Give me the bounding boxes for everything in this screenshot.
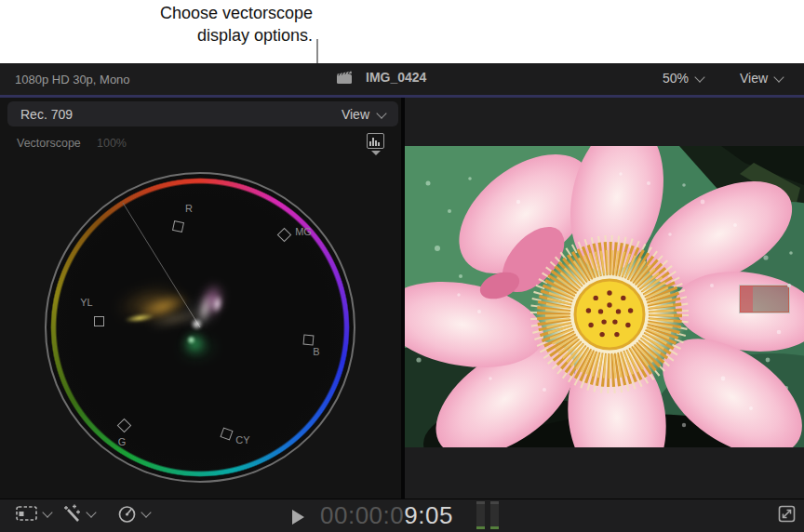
viewer-view-dropdown[interactable]: View: [740, 71, 783, 86]
transform-crop-menu-button[interactable]: [15, 504, 51, 523]
scope-title: Vectorscope: [17, 137, 81, 150]
clip-name: IMG_0424: [366, 70, 426, 85]
target-box-yellow: [94, 316, 104, 326]
color-sample-handle: [787, 284, 791, 287]
zoom-level-value: 50%: [663, 71, 689, 86]
enhancements-menu-button[interactable]: [61, 504, 95, 524]
timecode-dim-digits: 00:00:0: [320, 501, 404, 529]
histogram-icon: [367, 133, 384, 149]
callout-text: Choose vectorscope display options.: [0, 2, 313, 47]
scopes-view-label: View: [342, 107, 369, 122]
chevron-down-icon: [86, 507, 96, 517]
target-label-b: B: [313, 346, 319, 357]
viewer-top-bar: 1080p HD 30p, Mono IMG_0424 50% View: [0, 63, 804, 96]
chevron-down-icon: [376, 108, 386, 118]
crop-transform-icon: [15, 504, 38, 523]
timecode-bright-digits: 9:05: [404, 501, 453, 529]
transport-bar: 00:00:09:05: [0, 499, 804, 532]
target-label-g: G: [118, 436, 127, 447]
audio-meter-left[interactable]: [476, 501, 485, 529]
triangle-down-icon: [371, 151, 381, 155]
target-label-cy: CY: [235, 434, 249, 446]
viewer-view-label: View: [740, 71, 768, 86]
vectorscope-display-options-button[interactable]: [367, 133, 385, 157]
retime-menu-button[interactable]: [117, 504, 150, 524]
play-button[interactable]: [292, 510, 304, 525]
fullscreen-button[interactable]: [778, 505, 796, 523]
timecode-display[interactable]: 00:00:09:05: [320, 501, 453, 530]
chevron-down-icon: [42, 507, 52, 517]
vectorscope-display: R MG YL B G CY: [45, 172, 355, 483]
format-info: 1080p HD 30p, Mono: [15, 73, 130, 86]
scope-scale-value: 100%: [97, 137, 127, 150]
zoom-level-dropdown[interactable]: 50%: [663, 71, 704, 86]
magic-wand-icon: [61, 504, 82, 524]
expand-icon: [778, 505, 796, 523]
target-label-mg: MG: [295, 226, 312, 237]
video-scopes-panel: Rec. 709 View Vectorscope 100%: [0, 98, 401, 499]
color-sample-overlay[interactable]: [739, 285, 790, 313]
target-label-r: R: [185, 203, 193, 214]
callout-line2: display options.: [0, 24, 313, 47]
audio-meter-right[interactable]: [490, 501, 499, 529]
color-sample-strip: [740, 286, 753, 313]
chevron-down-icon: [694, 72, 704, 82]
clip-info: IMG_0424: [336, 70, 426, 85]
viewer-panel: [405, 98, 804, 499]
scopes-view-dropdown[interactable]: View: [342, 107, 385, 122]
speedometer-icon: [117, 504, 137, 524]
final-cut-pro-viewer: Choose vectorscope display options. 1080…: [0, 0, 804, 532]
chevron-down-icon: [773, 72, 784, 82]
chevron-down-icon: [141, 507, 151, 517]
target-box-blue: [303, 335, 315, 346]
target-label-yl: YL: [80, 297, 92, 308]
colorspace-bar: Rec. 709 View: [7, 101, 398, 126]
trace-green-core: [186, 335, 196, 345]
colorspace-label: Rec. 709: [20, 107, 73, 122]
video-frame-lotus-flower: [405, 146, 804, 447]
callout-line1: Choose vectorscope: [0, 2, 313, 24]
target-box-red: [172, 220, 184, 233]
clapperboard-icon: [336, 70, 353, 85]
